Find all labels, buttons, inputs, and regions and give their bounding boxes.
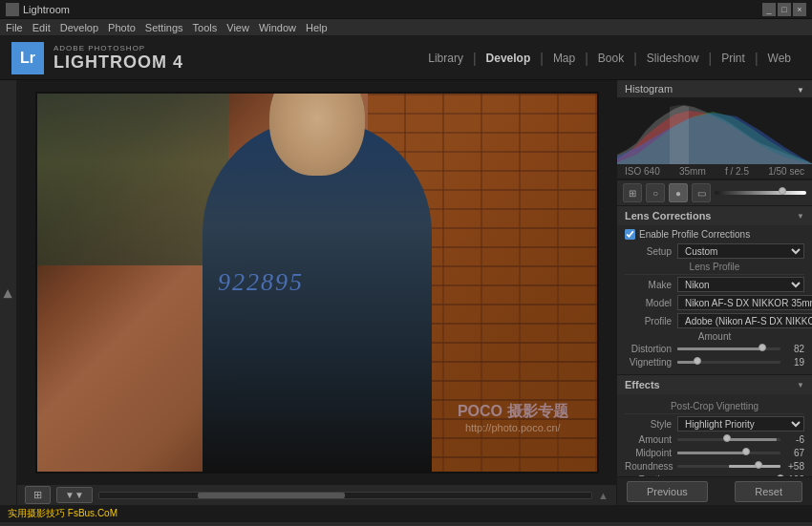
profile-row: Profile Adobe (Nikon AF-S DX NIKKO... bbox=[625, 313, 804, 328]
left-panel-toggle[interactable]: ◀ bbox=[2, 288, 15, 297]
histogram-section: Histogram bbox=[617, 80, 812, 180]
histogram-header[interactable]: Histogram bbox=[617, 80, 812, 97]
effects-amount-value: -6 bbox=[780, 434, 804, 445]
lens-corrections-title: Lens Corrections bbox=[625, 210, 711, 221]
watermark: POCO 摄影专题 http://photo.poco.cn/ bbox=[458, 402, 568, 433]
grid-view-button[interactable]: ⊞ bbox=[25, 486, 51, 504]
filmstrip-button[interactable]: ▼▼ bbox=[56, 487, 93, 503]
center-panel: 922895 POCO 摄影专题 http://photo.poco.cn/ ⊞… bbox=[17, 80, 616, 505]
header: Lr ADOBE PHOTOSHOP LIGHTROOM 4 Library |… bbox=[0, 36, 812, 80]
tool-crop[interactable]: ⊞ bbox=[623, 183, 642, 202]
effects-amount-label: Amount bbox=[625, 434, 677, 445]
minimize-button[interactable]: _ bbox=[762, 3, 776, 16]
menu-develop[interactable]: Develop bbox=[60, 22, 98, 33]
menu-settings[interactable]: Settings bbox=[145, 22, 183, 33]
bottom-toolbar: ⊞ ▼▼ ▲ bbox=[17, 484, 616, 505]
previous-button[interactable]: Previous bbox=[627, 481, 708, 502]
nav-book[interactable]: Book bbox=[588, 48, 633, 69]
photo-frame: 922895 POCO 摄影专题 http://photo.poco.cn/ bbox=[35, 92, 599, 473]
effects-header[interactable]: Effects bbox=[617, 375, 812, 394]
expand-icon[interactable]: ▲ bbox=[598, 490, 609, 501]
tool-gradient[interactable]: ▭ bbox=[692, 183, 711, 202]
tool-spot[interactable]: ○ bbox=[646, 183, 665, 202]
nav-map[interactable]: Map bbox=[544, 48, 585, 69]
style-select[interactable]: Highlight Priority bbox=[677, 416, 804, 431]
right-panel: Histogram bbox=[616, 80, 812, 505]
reset-button[interactable]: Reset bbox=[735, 481, 802, 502]
midpoint-slider[interactable] bbox=[677, 452, 780, 454]
page-footer: 实用摄影技巧 FsBus.CoM bbox=[0, 505, 812, 522]
app-icon bbox=[6, 3, 19, 16]
effects-amount-slider[interactable] bbox=[677, 438, 780, 441]
filmstrip-scroll[interactable] bbox=[98, 492, 592, 499]
main-area: ◀ 922895 POCO 摄影专题 bbox=[0, 80, 812, 505]
distortion-slider[interactable] bbox=[677, 347, 780, 350]
nav-library[interactable]: Library bbox=[418, 48, 473, 69]
distortion-value: 82 bbox=[780, 344, 804, 354]
make-row: Make Nikon bbox=[625, 277, 804, 292]
nav-slideshow[interactable]: Slideshow bbox=[637, 48, 709, 69]
menu-photo[interactable]: Photo bbox=[108, 22, 136, 33]
menu-view[interactable]: View bbox=[226, 22, 249, 33]
model-select[interactable]: Nikon AF-S DX NIKKOR 35mm... bbox=[677, 295, 812, 310]
camera-aperture: f / 2.5 bbox=[725, 166, 749, 177]
close-button[interactable]: × bbox=[793, 3, 806, 16]
camera-shutter: 1/50 sec bbox=[768, 166, 804, 177]
nav-web[interactable]: Web bbox=[759, 48, 801, 69]
midpoint-fill bbox=[677, 452, 746, 454]
amount-header: Amount bbox=[625, 331, 804, 342]
nav-print[interactable]: Print bbox=[712, 48, 755, 69]
footer-text: 实用摄影技巧 FsBus.CoM bbox=[8, 507, 118, 520]
midpoint-row: Midpoint 67 bbox=[625, 448, 804, 458]
menu-help[interactable]: Help bbox=[306, 22, 328, 33]
model-label: Model bbox=[625, 298, 677, 308]
style-label: Style bbox=[625, 419, 677, 430]
enable-profile-checkbox[interactable] bbox=[625, 229, 635, 240]
nav-develop[interactable]: Develop bbox=[477, 48, 541, 69]
setup-select[interactable]: Custom bbox=[677, 243, 804, 259]
profile-select[interactable]: Adobe (Nikon AF-S DX NIKKO... bbox=[677, 313, 812, 328]
camera-info: ISO 640 35mm f / 2.5 1/50 sec bbox=[617, 164, 812, 179]
vignetting-handle bbox=[694, 357, 701, 365]
distortion-handle bbox=[759, 344, 766, 351]
nav-tabs: Library | Develop | Map | Book | Slidesh… bbox=[418, 48, 801, 69]
poco-url: http://photo.poco.cn/ bbox=[458, 422, 568, 433]
effects-section: Effects Post-Crop Vignetting Style Highl… bbox=[617, 375, 812, 476]
camera-focal: 35mm bbox=[679, 166, 706, 177]
tool-opacity-slider[interactable] bbox=[715, 191, 806, 195]
lr-logo: Lr bbox=[11, 42, 44, 74]
window-controls: _ □ × bbox=[762, 3, 806, 16]
roundness-slider[interactable] bbox=[677, 465, 780, 468]
setup-label: Setup bbox=[625, 246, 677, 257]
effects-amount-handle bbox=[723, 434, 731, 442]
lens-profile-title: Lens Profile bbox=[625, 262, 804, 275]
histogram-title: Histogram bbox=[625, 83, 673, 95]
vignetting-slider[interactable] bbox=[677, 361, 780, 364]
menu-tools[interactable]: Tools bbox=[193, 22, 218, 33]
make-label: Make bbox=[625, 280, 677, 290]
tool-redeye[interactable]: ● bbox=[669, 183, 688, 202]
menu-file[interactable]: File bbox=[6, 22, 23, 33]
feather-handle bbox=[777, 474, 784, 476]
scroll-handle bbox=[198, 493, 346, 498]
photo-container: 922895 POCO 摄影专题 http://photo.poco.cn/ bbox=[17, 80, 616, 484]
distortion-row: Distortion 82 bbox=[625, 344, 804, 354]
midpoint-handle bbox=[742, 448, 750, 455]
enable-profile-label: Enable Profile Corrections bbox=[639, 229, 750, 240]
profile-label: Profile bbox=[625, 316, 677, 326]
histogram-canvas bbox=[617, 97, 812, 164]
center-watermark: 922895 bbox=[218, 268, 304, 297]
lens-corrections-header[interactable]: Lens Corrections bbox=[617, 206, 812, 225]
effects-amount-row: Amount -6 bbox=[625, 434, 804, 445]
histogram-toggle-icon bbox=[797, 83, 804, 95]
menu-bar: File Edit Develop Photo Settings Tools V… bbox=[0, 19, 812, 36]
menu-edit[interactable]: Edit bbox=[32, 22, 51, 33]
effects-title: Effects bbox=[625, 379, 660, 390]
make-select[interactable]: Nikon bbox=[677, 277, 804, 292]
style-row: Style Highlight Priority bbox=[625, 416, 804, 431]
menu-window[interactable]: Window bbox=[259, 22, 296, 33]
roundness-label: Roundness bbox=[625, 461, 677, 472]
maximize-button[interactable]: □ bbox=[778, 3, 791, 16]
tool-slider-handle bbox=[779, 187, 786, 195]
window-title: Lightroom bbox=[23, 4, 70, 15]
